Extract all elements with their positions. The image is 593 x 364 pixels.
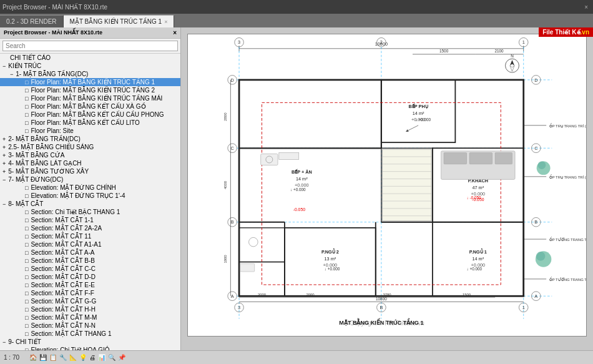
- tree-toggle-s2[interactable]: +: [2, 136, 6, 142]
- tree-icon-s8o: □: [25, 323, 28, 329]
- tree-label-s2: 2- MẶT BẰNG TRẦN(DC): [8, 135, 81, 142]
- settings-icon[interactable]: 🔧: [59, 354, 67, 361]
- tree-icon-s1a6: □: [25, 120, 28, 126]
- tree-item-s5[interactable]: +4- MẶT BẰNG LÁT GẠCH: [0, 159, 180, 167]
- svg-text:14 m²: 14 m²: [472, 256, 484, 262]
- pin-icon[interactable]: 📌: [118, 354, 125, 361]
- tree-item-s1a5[interactable]: □Floor Plan: MẶT BẰNG KẾT CẤU CẦU PHONG: [0, 111, 180, 119]
- tree-label-s1: KIẾN TRÚC: [8, 62, 41, 69]
- tree-label-s8d: Section: MẶT CẮT 11: [31, 233, 91, 240]
- panel-title: Project Browser - MÀI NHẤT 8X10.rte: [4, 29, 102, 36]
- project-browser-panel: Project Browser - MÀI NHẤT 8X10.rte × CH…: [0, 27, 181, 350]
- tree-icon-s8g: □: [25, 258, 28, 264]
- tree-item-s8p[interactable]: □Section: MẶT CẮT THANG 1: [0, 330, 180, 338]
- tree-item-s7b[interactable]: □Elevation: MẶT ĐỨNG TRỤC 1'-4: [0, 192, 180, 200]
- tree-item-s8n[interactable]: □Section: MẶT CẮT M-M: [0, 313, 180, 322]
- tree-label-s1a7: Floor Plan: Site: [31, 127, 73, 134]
- svg-text:1500: 1500: [439, 49, 449, 53]
- save-icon[interactable]: 💾: [39, 354, 47, 361]
- svg-text:P.NGỦ 1: P.NGỦ 1: [469, 248, 487, 255]
- tree-item-s1a3[interactable]: □Floor Plan: MẶT BẰNG KIẾN TRÚC TẦNG MÁI: [0, 94, 180, 102]
- tree-item-s8[interactable]: −8- MẶT CẮT: [0, 200, 180, 208]
- tree-item-s8k[interactable]: □Section: MẶT CẮT F-F: [0, 289, 180, 297]
- home-icon[interactable]: 🏠: [29, 354, 37, 361]
- chart-icon[interactable]: 📊: [98, 354, 105, 361]
- tree-item-s1a[interactable]: −1- MẶT BẰNG TẦNG(DC): [0, 70, 180, 78]
- tree-item-s4[interactable]: +3- MẶT BẰNG CỬA: [0, 151, 180, 159]
- tree-item-s8e[interactable]: □Section: MẶT CẮT A1-A1: [0, 240, 180, 248]
- copy-icon[interactable]: 📋: [49, 354, 57, 361]
- svg-rect-95: [469, 153, 492, 164]
- svg-text:D: D: [230, 77, 233, 83]
- tree-toggle-s4[interactable]: +: [2, 152, 6, 159]
- tree-toggle-s1a[interactable]: −: [10, 71, 13, 77]
- tree-toggle-s9[interactable]: −: [2, 339, 6, 345]
- tree-label-s1a3: Floor Plan: MẶT BẰNG KIẾN TRÚC TẦNG MÁI: [31, 95, 162, 102]
- tree-item-s8a[interactable]: □Section: Chi Tiết BẬC THANG 1: [0, 208, 180, 216]
- svg-rect-76: [261, 154, 278, 165]
- tree-icon-s8n: □: [25, 315, 28, 321]
- tree-item-s1a7[interactable]: □Floor Plan: Site: [0, 127, 180, 135]
- tree-item-s8j[interactable]: □Section: MẶT CẮT E-E: [0, 281, 180, 289]
- window-title: Project Browser - MÀI NHẤT 8X10.rte: [2, 4, 581, 11]
- tree-item-s3[interactable]: +2.5- MẶT BẰNG CHIẾU SÁNG: [0, 143, 180, 151]
- svg-text:N: N: [511, 54, 514, 58]
- tree-label-s8n: Section: MẶT CẮT M-M: [31, 314, 97, 321]
- light-icon[interactable]: 💡: [79, 354, 87, 361]
- tree-icon-s8j: □: [25, 282, 28, 288]
- tree-item-s0[interactable]: CHI TIẾT CÁO: [0, 54, 180, 62]
- tree-item-s8g[interactable]: □Section: MẶT CẮT B-B: [0, 257, 180, 265]
- tree-icon-s1a2: □: [25, 87, 28, 94]
- tree-label-s8k: Section: MẶT CẮT F-F: [31, 290, 94, 297]
- print-icon[interactable]: 🖨: [89, 354, 96, 361]
- tree-item-s8b[interactable]: □Section: MẶT CẮT 1-1: [0, 216, 180, 224]
- tree-item-s6[interactable]: +5- MẶT BẰNG TƯỜNG XÂY: [0, 167, 180, 175]
- tree-label-s7b: Elevation: MẶT ĐỨNG TRỤC 1'-4: [31, 192, 125, 199]
- tree-item-s8i[interactable]: □Section: MẶT CẮT D-D: [0, 273, 180, 281]
- tab-floor-plan[interactable]: MẶT BẰNG KIẾN TRÚC TẦNG 1 ×: [64, 15, 175, 27]
- tree-item-s8o[interactable]: □Section: MẶT CẮT N-N: [0, 322, 180, 330]
- tree-item-s8h[interactable]: □Section: MẶT CẮT C-C: [0, 265, 180, 273]
- tree-item-s7a[interactable]: □Elevation: MẶT ĐỨNG CHÍNH: [0, 184, 180, 192]
- tab-3d-render[interactable]: 0.2 - 3D RENDER: [0, 15, 64, 27]
- tree-item-s1a2[interactable]: □Floor Plan: MẶT BẰNG KIẾN TRÚC TẦNG 2: [0, 86, 180, 94]
- tree-item-s1a4[interactable]: □Floor Plan: MẶT BẰNG KẾT CẤU XÀ GỒ: [0, 102, 180, 111]
- ruler-icon[interactable]: 📐: [69, 354, 77, 361]
- tree-item-s8d[interactable]: □Section: MẶT CẮT 11: [0, 232, 180, 240]
- tree-item-s8c[interactable]: □Section: MẶT CẮT 2A-2A: [0, 224, 180, 232]
- tree-item-s8f[interactable]: □Section: MẶT CẮT A-A: [0, 248, 180, 257]
- tree-item-s2[interactable]: +2- MẶT BẰNG TRẦN(DC): [0, 135, 180, 143]
- tree-toggle-s6[interactable]: +: [2, 169, 6, 175]
- svg-text:14 m²: 14 m²: [413, 111, 424, 116]
- tree-toggle-s5[interactable]: +: [2, 160, 6, 167]
- tree-item-s1a1[interactable]: □Floor Plan: MẶT BẰNG KIẾN TRÚC TẦNG 1: [0, 78, 180, 86]
- svg-text:ỐP TRỤ TRANG TRÍ (CT1): ỐP TRỤ TRANG TRÍ (CT1): [549, 123, 586, 129]
- tree-label-s7: 7- MẶT ĐỨNG(DC): [8, 176, 63, 183]
- tree-item-s8m[interactable]: □Section: MẶT CẮT H-H: [0, 305, 180, 313]
- tree-label-s8m: Section: MẶT CẮT H-H: [31, 306, 96, 313]
- panel-close-button[interactable]: ×: [173, 29, 177, 36]
- svg-text:1: 1: [522, 305, 525, 310]
- svg-text:1900: 1900: [223, 255, 227, 263]
- tree-item-s1a6[interactable]: □Floor Plan: MẶT BẰNG KẾT CẤU LITO: [0, 119, 180, 127]
- tree-toggle-s3[interactable]: +: [2, 144, 6, 150]
- tree-toggle-s7[interactable]: −: [2, 177, 6, 183]
- tree-item-s9[interactable]: −9- CHI TIẾT: [0, 338, 180, 346]
- tree-item-s1[interactable]: −KIẾN TRÚC: [0, 62, 180, 70]
- window-close-button[interactable]: ×: [582, 4, 591, 11]
- svg-text:14 m²: 14 m²: [296, 176, 308, 182]
- tree-label-s1a5: Floor Plan: MẶT BẰNG KẾT CẤU CẦU PHONG: [31, 111, 164, 118]
- tree-item-s7[interactable]: −7- MẶT ĐỨNG(DC): [0, 175, 180, 184]
- tree-icon-s8i: □: [25, 274, 28, 280]
- tree-item-s8l[interactable]: □Section: MẶT CẮT G-G: [0, 297, 180, 305]
- tree-label-s9a: Elevation: Chi Tiết HOA GIÓ: [31, 347, 109, 350]
- svg-text:B: B: [231, 219, 234, 225]
- tree-item-s9a[interactable]: □Elevation: Chi Tiết HOA GIÓ: [0, 346, 180, 350]
- tab-close-icon[interactable]: ×: [164, 19, 167, 25]
- floor-plan[interactable]: 10800 1500 2100 3 2 1 D: [187, 34, 587, 337]
- tree-toggle-s1[interactable]: −: [2, 63, 6, 69]
- tree-icon-s8f: □: [25, 250, 28, 256]
- search-input[interactable]: [2, 41, 178, 51]
- tree-toggle-s8[interactable]: −: [2, 201, 6, 207]
- search-icon[interactable]: 🔍: [108, 354, 115, 361]
